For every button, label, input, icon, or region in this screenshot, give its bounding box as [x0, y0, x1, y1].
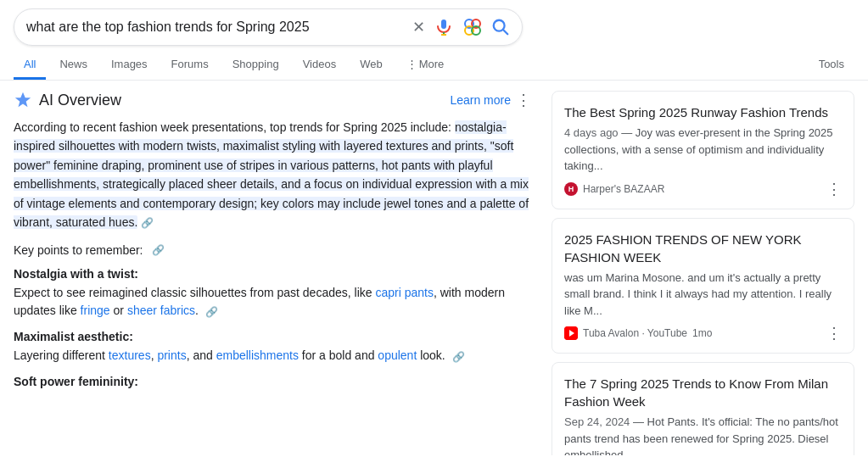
- ai-overview-header: AI Overview Learn more ⋮: [14, 91, 531, 109]
- ai-overview-title: AI Overview: [14, 91, 121, 109]
- tab-shopping[interactable]: Shopping: [222, 51, 289, 80]
- search-bar-row: what are the top fashion trends for Spri…: [0, 0, 868, 51]
- result-source-1: Tuba Avalon · YouTube 1mo ⋮: [564, 326, 842, 341]
- svg-line-8: [503, 30, 507, 34]
- right-panel: The Best Spring 2025 Runway Fashion Tren…: [552, 91, 854, 455]
- search-icons: ✕: [412, 17, 510, 37]
- key-point-soft-power: Soft power femininity:: [14, 375, 531, 388]
- result-time-1: 1mo: [692, 327, 712, 339]
- nostalgia-link-icon[interactable]: 🔗: [205, 304, 218, 320]
- ai-body-highlighted: nostalgia-inspired silhouettes with mode…: [14, 120, 529, 229]
- tab-tools[interactable]: Tools: [809, 51, 854, 80]
- search-submit-icon[interactable]: [491, 18, 510, 36]
- ai-body-plain: According to recent fashion week present…: [14, 120, 455, 134]
- tab-web[interactable]: Web: [350, 51, 393, 80]
- search-box: what are the top fashion trends for Spri…: [14, 8, 523, 46]
- learn-more-link[interactable]: Learn more: [450, 93, 511, 107]
- result-more-btn-1[interactable]: ⋮: [826, 326, 842, 341]
- result-card-1: 2025 FASHION TRENDS OF NEW YORK FASHION …: [552, 218, 854, 354]
- lens-icon[interactable]: [462, 17, 483, 37]
- key-point-nostalgia-title: Nostalgia with a twist:: [14, 267, 531, 281]
- tab-more[interactable]: ⋮ More: [396, 51, 455, 80]
- tab-videos[interactable]: Videos: [293, 51, 347, 80]
- nav-tabs: All News Images Forums Shopping Videos W…: [0, 51, 868, 81]
- result-title-1[interactable]: 2025 FASHION TRENDS OF NEW YORK FASHION …: [564, 231, 842, 266]
- result-title-0[interactable]: The Best Spring 2025 Runway Fashion Tren…: [564, 103, 842, 121]
- tab-news[interactable]: News: [49, 51, 98, 80]
- key-point-maximalist-body: Layering different textures, prints, and…: [14, 347, 531, 365]
- result-title-2[interactable]: The 7 Spring 2025 Trends to Know From Mi…: [564, 375, 842, 410]
- maximalist-link-icon[interactable]: 🔗: [452, 349, 465, 365]
- key-points-link-icon[interactable]: 🔗: [152, 244, 165, 256]
- more-dots-icon: ⋮: [406, 58, 417, 70]
- key-point-maximalist: Maximalist aesthetic: Layering different…: [14, 330, 531, 365]
- key-points-header: Key points to remember: 🔗: [14, 243, 531, 257]
- search-input[interactable]: what are the top fashion trends for Spri…: [26, 20, 406, 35]
- svg-marker-9: [15, 92, 31, 107]
- result-source-logo-1: [564, 326, 578, 340]
- tab-images[interactable]: Images: [101, 51, 158, 80]
- ai-body: According to recent fashion week present…: [14, 118, 531, 231]
- key-point-soft-power-title: Soft power femininity:: [14, 375, 531, 388]
- key-point-nostalgia-body: Expect to see reimagined classic silhoue…: [14, 284, 531, 320]
- ai-star-icon: [14, 91, 32, 109]
- ai-menu-dots[interactable]: ⋮: [516, 91, 531, 109]
- result-snippet-0: 4 days ago — Joy was ever-present in the…: [564, 125, 842, 175]
- key-point-maximalist-title: Maximalist aesthetic:: [14, 330, 531, 343]
- main-content: AI Overview Learn more ⋮ According to re…: [0, 81, 868, 455]
- result-source-logo-0: H: [564, 182, 578, 196]
- tab-forums[interactable]: Forums: [161, 51, 219, 80]
- result-card-2: The 7 Spring 2025 Trends to Know From Mi…: [552, 362, 854, 455]
- key-point-nostalgia: Nostalgia with a twist: Expect to see re…: [14, 267, 531, 320]
- ai-body-link-icon[interactable]: 🔗: [141, 215, 154, 231]
- result-snippet-2: Sep 24, 2024 — Hot Pants. It's official:…: [564, 414, 842, 455]
- left-panel: AI Overview Learn more ⋮ According to re…: [14, 91, 531, 455]
- result-snippet-1: was um Marina Mosone. and um it's actual…: [564, 270, 842, 320]
- clear-button[interactable]: ✕: [412, 20, 425, 35]
- tab-all[interactable]: All: [14, 51, 46, 80]
- svg-rect-0: [441, 20, 446, 29]
- result-source-0: H Harper's BAZAAR ⋮: [564, 181, 842, 197]
- result-more-btn-0[interactable]: ⋮: [826, 181, 842, 197]
- mic-icon[interactable]: [434, 17, 454, 37]
- result-card-0: The Best Spring 2025 Runway Fashion Tren…: [552, 91, 854, 209]
